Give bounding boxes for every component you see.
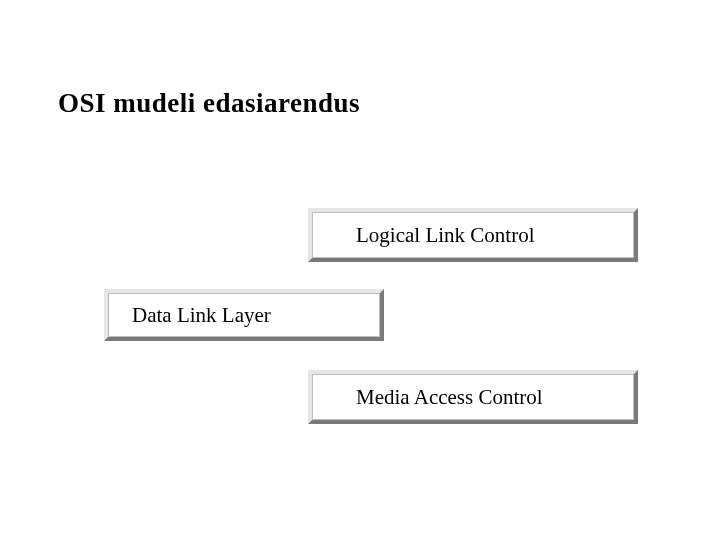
box-label: Media Access Control — [356, 385, 543, 410]
box-label: Data Link Layer — [132, 303, 271, 328]
box-label: Logical Link Control — [356, 223, 534, 248]
box-media-access-control: Media Access Control — [308, 370, 638, 424]
box-data-link-layer: Data Link Layer — [104, 289, 384, 341]
slide: OSI mudeli edasiarendus Logical Link Con… — [0, 0, 720, 540]
slide-title: OSI mudeli edasiarendus — [58, 88, 360, 119]
box-logical-link-control: Logical Link Control — [308, 208, 638, 262]
